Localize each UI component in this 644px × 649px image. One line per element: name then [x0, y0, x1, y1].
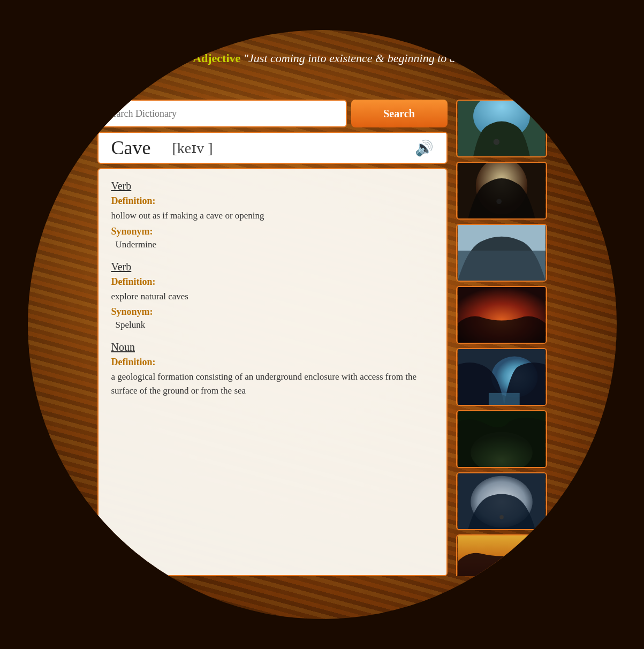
pos-label-2: Verb: [111, 261, 434, 273]
syn-text-2: Spelunk: [111, 320, 434, 330]
left-panel: Search Cave [keɪv ] 🔊 Verb Definition: h…: [97, 100, 448, 576]
pos-label-3: Noun: [111, 341, 434, 353]
definition-block-2: Verb Definition: explore natural caves S…: [111, 261, 434, 331]
ticker-quote: "Just coming into existence & beginning …: [244, 51, 464, 65]
cave-image-5[interactable]: [456, 348, 547, 406]
svg-rect-12: [488, 393, 519, 405]
def-label-2: Definition:: [111, 276, 434, 288]
word-header: Cave [keɪv ] 🔊: [97, 132, 448, 164]
main-content-area: Search Cave [keɪv ] 🔊 Verb Definition: h…: [97, 100, 547, 576]
ticker-bar: nt Adjective "Just coming into existence…: [28, 51, 617, 65]
search-button[interactable]: Search: [351, 100, 448, 127]
syn-label-1: Synonym:: [111, 226, 434, 237]
right-image-panel: [456, 100, 547, 576]
pos-label-1: Verb: [111, 180, 434, 192]
speaker-icon[interactable]: 🔊: [415, 139, 434, 157]
cave-image-3[interactable]: [456, 224, 547, 282]
svg-point-5: [496, 199, 502, 204]
word-phonetic: [keɪv ]: [172, 139, 213, 157]
search-row: Search: [97, 100, 448, 127]
svg-point-17: [499, 515, 504, 519]
def-label-3: Definition:: [111, 357, 434, 368]
cave-image-7[interactable]: [456, 472, 547, 530]
search-input[interactable]: [97, 100, 347, 127]
definition-block-1: Verb Definition: hollow out as if making…: [111, 180, 434, 250]
def-text-3: a geological formation consisting of an …: [111, 370, 434, 397]
def-text-1: hollow out as if making a cave or openin…: [111, 209, 434, 223]
definitions-panel[interactable]: Verb Definition: hollow out as if making…: [97, 168, 448, 576]
word-title: Cave: [111, 137, 151, 159]
cave-image-4[interactable]: [456, 286, 547, 344]
cave-image-1[interactable]: [456, 100, 547, 157]
syn-text-1: Undermine: [111, 239, 434, 250]
definition-block-3: Noun Definition: a geological formation …: [111, 341, 434, 397]
syn-label-2: Synonym:: [111, 306, 434, 318]
ticker-word-type: Adjective: [193, 51, 240, 65]
cave-image-8[interactable]: [456, 534, 547, 576]
def-text-2: explore natural caves: [111, 290, 434, 304]
svg-point-2: [493, 139, 499, 145]
def-label-1: Definition:: [111, 195, 434, 207]
svg-rect-8: [458, 251, 545, 281]
cave-image-6[interactable]: [456, 410, 547, 468]
cave-image-2[interactable]: [456, 162, 547, 220]
main-circle: nt Adjective "Just coming into existence…: [28, 30, 617, 619]
ticker-prefix: nt: [181, 51, 190, 65]
